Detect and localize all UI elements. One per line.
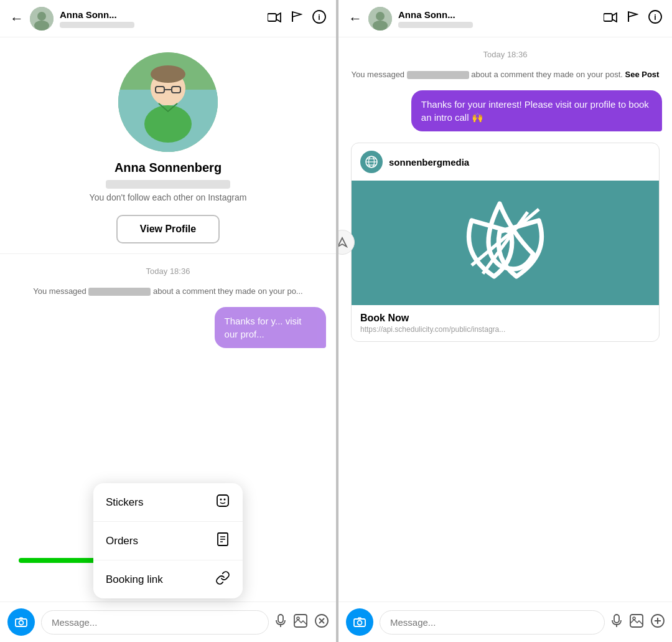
info-icon-right[interactable]: i bbox=[648, 10, 662, 27]
chat-area-right: Today 18:36 You messaged about a comment… bbox=[338, 37, 672, 602]
timestamp-right: Today 18:36 bbox=[348, 50, 662, 59]
system-message-left: You messaged about a comment they made o… bbox=[10, 286, 326, 297]
back-button-left[interactable]: ← bbox=[10, 11, 24, 27]
profile-name: Anna Sonnenberg bbox=[114, 161, 222, 175]
header-info-right: Anna Sonn... bbox=[398, 9, 597, 28]
left-header: ← Anna Sonn... i bbox=[0, 0, 336, 37]
message-bubble-left: Thanks for y... visit our prof... bbox=[215, 307, 326, 348]
image-icon-left[interactable] bbox=[294, 614, 307, 631]
add-icon-right[interactable] bbox=[651, 614, 665, 631]
link-card[interactable]: sonnenbergmedia bbox=[351, 143, 660, 342]
svg-point-2 bbox=[34, 21, 49, 31]
header-name-right: Anna Sonn... bbox=[398, 9, 597, 20]
svg-point-49 bbox=[358, 621, 362, 625]
link-card-image bbox=[352, 181, 659, 305]
left-panel: ← Anna Sonn... i bbox=[0, 0, 336, 642]
header-icons-right: i bbox=[604, 10, 662, 27]
link-card-url: https://api.schedulicity.com/public/inst… bbox=[360, 325, 650, 334]
svg-point-14 bbox=[151, 65, 185, 83]
view-profile-button[interactable]: View Profile bbox=[116, 215, 220, 243]
svg-point-17 bbox=[220, 499, 222, 501]
send-circle-button[interactable] bbox=[338, 230, 355, 255]
link-card-footer: Book Now https://api.schedulicity.com/pu… bbox=[352, 305, 659, 341]
right-header: ← Anna Sonn... i bbox=[338, 0, 672, 37]
back-button-right[interactable]: ← bbox=[348, 11, 362, 27]
message-input-right[interactable] bbox=[380, 610, 605, 635]
video-call-icon-left[interactable] bbox=[268, 11, 281, 26]
profile-follow-text: You don't follow each other on Instagram bbox=[90, 192, 247, 202]
globe-icon bbox=[360, 151, 383, 173]
link-card-header: sonnenbergmedia bbox=[352, 143, 659, 181]
blurred-username-left bbox=[88, 288, 151, 296]
svg-marker-40 bbox=[338, 238, 347, 247]
system-message-right: You messaged about a comment they made o… bbox=[348, 69, 662, 80]
svg-point-1 bbox=[37, 12, 46, 21]
svg-point-33 bbox=[376, 12, 385, 21]
system-msg-text2: about a comment they made on your po... bbox=[153, 286, 303, 296]
close-icon-left[interactable] bbox=[315, 614, 329, 631]
svg-rect-35 bbox=[604, 14, 612, 21]
system-msg-right-text1: You messaged bbox=[352, 70, 405, 79]
message-input-area-right bbox=[338, 602, 672, 642]
image-icon-right[interactable] bbox=[630, 614, 643, 631]
menu-item-stickers[interactable]: Stickers bbox=[93, 483, 243, 522]
svg-marker-36 bbox=[612, 13, 617, 22]
video-call-icon-right[interactable] bbox=[604, 11, 617, 26]
svg-text:i: i bbox=[318, 13, 320, 22]
flag-icon-left[interactable] bbox=[291, 11, 302, 26]
input-icons-right bbox=[611, 614, 665, 631]
message-input-left[interactable] bbox=[41, 610, 269, 635]
camera-button-left[interactable] bbox=[7, 608, 35, 636]
header-avatar-right bbox=[368, 7, 392, 31]
profile-avatar-large bbox=[118, 52, 218, 152]
svg-rect-16 bbox=[217, 495, 228, 506]
orders-icon bbox=[215, 532, 230, 550]
arrow-line bbox=[19, 558, 100, 563]
header-info-left: Anna Sonn... bbox=[60, 9, 261, 28]
timestamp-left: Today 18:36 bbox=[10, 267, 326, 276]
stickers-icon bbox=[215, 493, 230, 511]
header-avatar-left bbox=[30, 7, 54, 31]
menu-item-stickers-label: Stickers bbox=[106, 496, 143, 509]
message-bubble-right: Thanks for your interest! Please visit o… bbox=[411, 90, 662, 131]
link-card-site-name: sonnenbergmedia bbox=[389, 157, 469, 168]
profile-section: Anna Sonnenberg You don't follow each ot… bbox=[0, 37, 336, 254]
svg-text:i: i bbox=[654, 13, 656, 22]
svg-point-18 bbox=[224, 499, 226, 501]
header-name-left: Anna Sonn... bbox=[60, 9, 261, 20]
microphone-icon-right[interactable] bbox=[611, 614, 622, 631]
right-panel: ← Anna Sonn... i Today 18:36 bbox=[338, 0, 672, 642]
info-icon-left[interactable]: i bbox=[312, 10, 326, 27]
microphone-icon-left[interactable] bbox=[275, 614, 286, 631]
header-status-left bbox=[60, 22, 134, 28]
svg-marker-37 bbox=[628, 12, 637, 17]
blurred-username-right bbox=[407, 71, 469, 79]
svg-point-24 bbox=[19, 621, 24, 625]
see-post-link[interactable]: See Post bbox=[625, 70, 660, 79]
svg-rect-50 bbox=[614, 615, 619, 623]
input-icons-left bbox=[275, 614, 329, 631]
svg-rect-3 bbox=[268, 14, 276, 21]
header-icons-left: i bbox=[268, 10, 326, 27]
system-msg-right-text2: about a comment they made on your post. bbox=[471, 70, 623, 79]
camera-button-right[interactable] bbox=[346, 608, 373, 636]
book-now-label: Book Now bbox=[360, 313, 650, 324]
message-input-area-left bbox=[0, 602, 336, 642]
svg-point-34 bbox=[373, 21, 388, 31]
flag-icon-right[interactable] bbox=[627, 11, 638, 26]
profile-username-bar bbox=[106, 180, 230, 189]
popup-menu: Stickers Orders Booking link bbox=[93, 483, 243, 598]
menu-item-booking[interactable]: Booking link bbox=[93, 560, 243, 598]
system-msg-text1: You messaged bbox=[33, 286, 86, 296]
header-status-right bbox=[398, 22, 473, 28]
svg-rect-25 bbox=[278, 615, 283, 623]
booking-link-icon bbox=[215, 570, 230, 588]
svg-marker-5 bbox=[292, 12, 301, 17]
menu-item-orders[interactable]: Orders bbox=[93, 522, 243, 560]
menu-item-booking-label: Booking link bbox=[106, 574, 163, 586]
svg-marker-4 bbox=[276, 13, 281, 22]
menu-item-orders-label: Orders bbox=[106, 535, 138, 547]
